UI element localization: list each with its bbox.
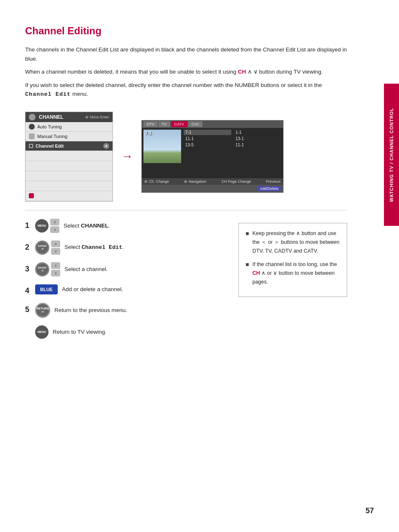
diagram-area: CHANNEL ⊕ Move Enter Auto Tuning Manual … [25,112,347,202]
step-4-label: Add or delete a channel. [62,286,123,294]
menu-icon-2 [29,133,35,139]
menu-button-end[interactable]: MENU [35,325,49,339]
footer-page-change: CH Page Change [221,179,251,184]
menu-empty-4 [26,181,113,191]
ch-row-2: 11-1 [184,136,231,141]
menu-select-indicator: ● [103,143,109,149]
menu-empty-1 [26,151,113,161]
add-delete-badge: Add/Delete [258,186,281,191]
enter-button-2[interactable]: ENTER⊙ [35,240,49,255]
tip-2: ■ If the channel list is too long, use t… [246,260,340,287]
step-1-number: 1 [25,221,31,230]
tab-catv: CATV [171,121,187,127]
tab-tv: TV [159,121,170,127]
tip-1: ■ Keep pressing the ∧ button and use the… [246,229,340,256]
thumbnail-image: 7-1 [143,130,181,163]
section-divider [25,210,347,210]
menu-item-2: Manual Tuning [26,132,113,141]
steps-area: 1 MENU ∧ ∨ Select CHANNEL. 2 ENTER⊙ [25,219,347,346]
ch-row-3: 13-5 [184,142,231,148]
step-5: 5 RETURN↩ Return to the previous menu. [25,303,226,318]
body-para-2: When a channel number is deleted, it mea… [25,67,347,77]
channel-edit-screen: DTV TV CATV CAV 7-1 7-1 11-1 13-5 1-1 [141,120,284,193]
step-2-number: 2 [25,243,31,252]
footer-previous: Previous [266,179,281,184]
nav-up-3[interactable]: ∧ [51,262,60,269]
return-button[interactable]: RETURN↩ [35,303,50,318]
blue-button[interactable]: BLUE [35,284,58,294]
channel-thumbnail: 7-1 [143,130,181,163]
step-end-label: Return to TV viewing. [53,328,107,336]
step-2-label: Select Channel Edit. [64,243,124,252]
step-menu-end: MENU Return to TV viewing. [25,325,226,339]
step-3: 3 ENTER⊙ ∧ ∨ Select a channel. [25,262,226,276]
page-number: 57 [366,506,374,515]
footer-navigation: ⊕ Navigation [184,179,207,184]
ch-row-5: 13-1 [234,136,281,141]
tip-1-bullet: ■ [246,229,249,256]
step-end-number [25,328,31,337]
step-5-number: 5 [25,305,31,314]
screen-body: 7-1 7-1 11-1 13-5 1-1 13-1 11-1 [142,128,283,178]
menu-logo-icon [29,114,36,120]
step-3-number: 3 [25,265,31,274]
screen-footer: ⊕ Ch. Change ⊕ Navigation CH Page Change… [142,178,283,185]
menu-button-1[interactable]: MENU [35,219,49,233]
menu-item-1: Auto Tuning [26,122,113,132]
nav-cluster-2: ∧ ∨ [51,240,60,255]
step-3-buttons: ENTER⊙ ∧ ∨ [35,262,60,276]
menu-empty-5 [26,191,113,201]
nav-cluster-3: ∧ ∨ [51,262,60,276]
tip-2-bullet: ■ [246,260,249,287]
nav-up-2[interactable]: ∧ [51,240,60,247]
steps-left: 1 MENU ∧ ∨ Select CHANNEL. 2 ENTER⊙ [25,219,226,346]
channel-list-2: 1-1 13-1 11-1 [234,130,281,176]
step-4: 4 BLUE Add or delete a channel. [25,284,226,295]
tip-1-text: Keep pressing the ∧ button and use the ＜… [252,229,340,256]
page-title: Channel Editing [25,25,347,37]
step-5-label: Return to the previous menu. [54,307,127,315]
menu-empty-2 [26,161,113,171]
menu-item-channel-edit: Channel Edit ● [26,141,113,151]
ch-row-4: 1-1 [234,130,281,135]
screen-tabs: DTV TV CATV CAV [142,120,283,128]
step-2: 2 ENTER⊙ ∧ ∨ Select Channel Edit. [25,240,226,255]
body-para-1: The channels in the Channel Edit List ar… [25,45,347,63]
menu-red-icon [29,193,34,198]
menu-empty-3 [26,171,113,181]
step-1-buttons: MENU ∧ ∨ [35,219,59,233]
menu-icon-3 [29,144,33,148]
footer-ch-change: ⊕ Ch. Change [144,179,169,184]
diagram-arrow: → [121,150,133,163]
body-para-3: If you wish to select the deleted channe… [25,81,347,99]
tip-2-text: If the channel list is too long, use the… [252,260,340,287]
step-2-buttons: ENTER⊙ ∧ ∨ [35,240,60,255]
menu-nav-hint: ⊕ Move Enter [85,115,109,119]
ch-row-1: 7-1 [184,130,231,135]
menu-icon-1 [29,124,35,130]
menu-header: CHANNEL ⊕ Move Enter [26,112,113,122]
enter-button-3[interactable]: ENTER⊙ [35,262,49,276]
nav-cluster-1: ∧ ∨ [50,219,59,233]
tab-cav: CAV [188,121,202,127]
step-1-label: Select CHANNEL. [64,222,110,230]
nav-down-2[interactable]: ∨ [51,248,60,255]
menu-title: CHANNEL [39,114,64,120]
screen-add-delete: Add/Delete [142,185,283,192]
side-tab: WATCHING TV / CHANNEL CONTROL [384,84,399,226]
channel-menu: CHANNEL ⊕ Move Enter Auto Tuning Manual … [25,112,113,202]
step-1: 1 MENU ∧ ∨ Select CHANNEL. [25,219,226,233]
step-4-number: 4 [25,286,31,295]
page-content: Channel Editing The channels in the Chan… [0,0,372,371]
tips-box: ■ Keep pressing the ∧ button and use the… [238,223,347,297]
channel-list: 7-1 11-1 13-5 [184,130,231,176]
nav-down-1[interactable]: ∨ [50,226,59,233]
nav-up-1[interactable]: ∧ [50,219,59,225]
step-3-label: Select a channel. [64,266,108,274]
nav-down-3[interactable]: ∨ [51,270,60,276]
ch-row-6: 11-1 [234,142,281,148]
tab-dtv: DTV [143,121,158,127]
